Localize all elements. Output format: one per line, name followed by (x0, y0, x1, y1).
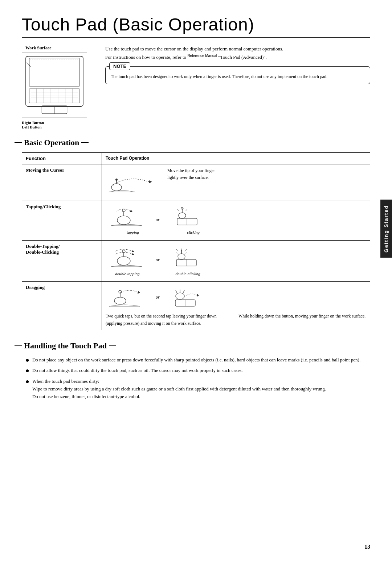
moving-cursor-svg (106, 167, 164, 196)
moving-cursor-text: Move the tip of your fingerlightly over … (167, 167, 215, 181)
dragging-button-svg (166, 284, 210, 310)
drag-left-text: Two quick taps, but on the second tap le… (106, 313, 233, 327)
list-item: ● When the touch pad becomes dirty: Wipe… (25, 378, 370, 400)
dragging-illus: or (106, 284, 366, 310)
svg-line-48 (185, 252, 187, 254)
svg-line-59 (183, 290, 184, 293)
double-tapping-illus: double-tapping or (106, 243, 366, 277)
table-header-function: Function (22, 153, 102, 164)
func-tapping-clicking: Tapping/Clicking (22, 201, 102, 241)
bullet-content-1: Do not place any object on the work surf… (32, 356, 370, 364)
svg-point-28 (179, 213, 186, 218)
double-tapping-svg (106, 243, 149, 271)
right-panel: Use the touch pad to move the cursor on … (105, 45, 370, 129)
note-box: NOTE The touch pad has been designed to … (105, 66, 370, 84)
table-row: Dragging or (22, 282, 370, 330)
double-clicking-svg (166, 243, 210, 271)
svg-point-56 (176, 293, 184, 299)
bullet-dot: ● (25, 378, 29, 386)
tapping-svg (106, 204, 149, 229)
bullet-content-3: When the touch pad becomes dirty: Wipe t… (32, 378, 370, 400)
operations-table: Function Touch Pad Operation Moving the … (22, 152, 370, 330)
basic-operation-section: Basic Operation (22, 138, 370, 147)
drag-text-content: Two quick taps, but on the second tap le… (106, 313, 366, 327)
tapping-group: tapping (106, 204, 149, 236)
ref-label: Reference Manual (187, 54, 217, 58)
svg-rect-40 (176, 259, 196, 266)
drag-or-text: or (156, 294, 160, 301)
svg-marker-60 (197, 294, 199, 297)
drag-right-text: While holding down the button, moving yo… (238, 313, 366, 327)
table-row: Moving the Cursor (22, 164, 370, 201)
title-divider (22, 37, 370, 38)
handling-bullet-list: ● Do not place any object on the work su… (25, 356, 370, 401)
double-tapping-caption: double-tapping (115, 271, 139, 277)
tapping-clicking-illus: tapping or (106, 204, 366, 236)
op-moving-cursor: Move the tip of your fingerlightly over … (102, 164, 370, 201)
handling-heading: Handling the Touch Pad (22, 341, 109, 350)
clicking-group: clicking (166, 204, 210, 236)
svg-line-14 (26, 63, 31, 67)
double-tapping-group: double-tapping (106, 243, 149, 277)
table-header-operation: Touch Pad Operation (102, 153, 370, 164)
double-clicking-group: double-clicking (166, 243, 210, 277)
svg-line-44 (176, 249, 178, 251)
bullet-dot: ● (25, 356, 29, 364)
bullet-dot: ● (25, 367, 29, 375)
page-number: 13 (364, 544, 370, 550)
touchpad-svg (22, 53, 87, 117)
double-clicking-caption: double-clicking (175, 271, 200, 277)
note-text: The touch pad has been designed to work … (111, 73, 365, 80)
page-title: Touch Pad (Basic Operation) (22, 15, 370, 34)
svg-line-46 (185, 249, 187, 251)
touchpad-diagram (22, 52, 87, 118)
intro-content-area: Work Surface (22, 45, 370, 129)
svg-point-49 (114, 297, 126, 304)
svg-point-21 (117, 216, 130, 225)
svg-point-17 (111, 184, 122, 191)
bullet-content-2: Do not allow things that could dirty the… (32, 367, 370, 374)
func-double-tapping: Double-Tapping/Double-Clicking (22, 240, 102, 282)
svg-point-42 (178, 254, 185, 259)
note-label: NOTE (109, 62, 130, 70)
right-button-label: Right Button (22, 120, 94, 125)
list-item: ● Do not allow things that could dirty t… (25, 367, 370, 375)
func-dragging: Dragging (22, 282, 102, 330)
button-labels: Right Button Left Button (22, 120, 94, 129)
tapping-caption: tapping (116, 229, 139, 236)
svg-line-57 (176, 290, 177, 293)
op-tapping-clicking: tapping or (102, 201, 370, 241)
table-row: Double-Tapping/Double-Clicking (22, 240, 370, 282)
moving-cursor-illus: Move the tip of your fingerlightly over … (106, 167, 366, 196)
svg-line-31 (177, 209, 179, 211)
svg-rect-54 (175, 300, 195, 306)
basic-operation-heading: Basic Operation (22, 138, 81, 147)
double-or-text: or (156, 257, 160, 263)
dragging-touchpad-svg (106, 284, 149, 310)
op-dragging: or (102, 282, 370, 330)
svg-line-33 (185, 209, 187, 211)
svg-marker-52 (138, 291, 140, 294)
left-panel: Work Surface (22, 45, 94, 129)
tapping-or-text: or (156, 216, 160, 223)
handling-section: Handling the Touch Pad ● Do not place an… (22, 341, 370, 401)
clicking-svg (166, 204, 210, 229)
op-double-tapping: double-tapping or (102, 240, 370, 282)
svg-marker-16 (149, 180, 152, 183)
func-moving-cursor: Moving the Cursor (22, 164, 102, 201)
table-row: Tapping/Clicking (22, 201, 370, 241)
svg-point-19 (115, 179, 118, 181)
left-button-label: Left Button (22, 125, 94, 129)
clicking-caption: clicking (176, 229, 200, 236)
list-item: ● Do not place any object on the work su… (25, 356, 370, 364)
svg-rect-26 (177, 218, 197, 225)
svg-rect-0 (26, 56, 83, 106)
svg-marker-24 (130, 210, 132, 212)
svg-point-34 (117, 257, 130, 265)
svg-rect-2 (29, 89, 79, 103)
side-tab-getting-started: Getting Started (380, 200, 392, 258)
intro-text: Use the touch pad to move the cursor on … (105, 45, 370, 61)
svg-rect-1 (29, 58, 79, 87)
work-surface-label: Work Surface (25, 45, 94, 51)
svg-line-47 (176, 252, 178, 254)
